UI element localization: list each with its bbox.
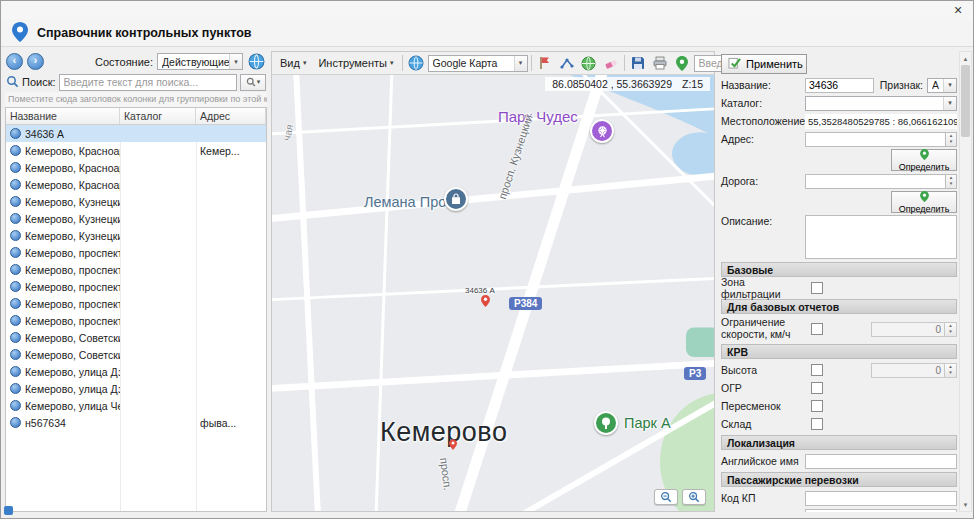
point-icon	[10, 315, 21, 326]
section-base: Базовые	[721, 262, 957, 277]
table-row[interactable]: Кемерово, проспект Ленина...	[6, 312, 266, 329]
height-checkbox[interactable]	[811, 364, 823, 376]
row-address	[196, 193, 266, 210]
detect-road-button[interactable]: Определить	[891, 191, 957, 213]
lemana-pro-marker[interactable]	[444, 187, 468, 211]
warehouse-checkbox[interactable]	[811, 418, 823, 430]
sign-label: Признак:	[880, 79, 923, 91]
scrollbar-thumb[interactable]	[961, 65, 970, 137]
view-menu[interactable]: Вид▾	[275, 54, 311, 73]
zoom-out-button[interactable]	[654, 489, 678, 505]
map-type-select[interactable]: Google Карта ▾	[428, 55, 528, 72]
table-row[interactable]: Кемерово, Красноармейска... Кемер...	[6, 142, 266, 159]
flag-button[interactable]	[535, 53, 555, 73]
state-value: Действующие	[162, 56, 229, 68]
table-row[interactable]: Кемерово, проспект Ленина...	[6, 244, 266, 261]
name-label: Название:	[721, 79, 805, 91]
table-row[interactable]: Кемерово, Красноармейска...	[6, 176, 266, 193]
shift-label: Пересменок	[721, 400, 805, 412]
kp-code-input[interactable]	[805, 491, 957, 506]
vertical-scrollbar[interactable]: ▲ ▼	[959, 51, 972, 512]
row-address	[196, 278, 266, 295]
point-icon	[10, 128, 21, 139]
address-input[interactable]	[805, 132, 945, 147]
spin-down-icon[interactable]: ▼	[946, 139, 956, 146]
apply-button[interactable]: Применить	[721, 54, 807, 74]
spin-down-icon[interactable]: ▼	[945, 370, 956, 377]
chevron-down-icon: ▾	[514, 56, 527, 71]
table-row[interactable]: 34636 А	[6, 125, 266, 142]
point-icon	[10, 281, 21, 292]
tools-menu[interactable]: Инструменты▾	[313, 54, 398, 73]
search-options-button[interactable]: ▾	[240, 74, 266, 91]
table-row[interactable]: Кемерово, Кузнецкий просп...	[6, 227, 266, 244]
city-pin-icon	[449, 439, 457, 452]
english-name-input[interactable]	[805, 454, 957, 469]
catalog-select[interactable]: ▾	[805, 96, 957, 111]
zoom-in-button[interactable]	[682, 489, 706, 505]
row-catalog	[120, 176, 196, 193]
map-canvas[interactable]: 86.0850402 , 55.3663929 Z:15 чая Парк Чу…	[272, 75, 714, 511]
speed-limit-checkbox[interactable]	[811, 323, 823, 335]
save-button[interactable]	[628, 53, 648, 73]
speed-limit-spinner[interactable]: 0 ▲▼	[871, 322, 957, 337]
ogr-label: ОГР	[721, 382, 805, 394]
measure-button[interactable]	[557, 53, 577, 73]
table-row[interactable]: Кемерово, Кузнецкий просп...	[6, 193, 266, 210]
globe-button[interactable]	[247, 52, 266, 71]
road-spinner[interactable]: ▲▼	[945, 174, 957, 189]
row-catalog	[120, 244, 196, 261]
column-header-address[interactable]: Адрес	[196, 108, 266, 124]
table-row[interactable]: Кемерово, улица Дзержинс...	[6, 363, 266, 380]
close-button[interactable]: ×	[943, 2, 973, 19]
park-a-marker[interactable]	[594, 411, 618, 435]
road-badge-r384: Р384	[509, 297, 542, 310]
detect-address-button[interactable]: Определить	[891, 149, 957, 171]
table-row[interactable]: Кемерово, проспект Ленина...	[6, 261, 266, 278]
table-row[interactable]: Кемерово, Кузнецкий просп...	[6, 210, 266, 227]
column-header-catalog[interactable]: Каталог	[120, 108, 196, 124]
park-chudes-marker[interactable]	[590, 119, 614, 143]
table-row[interactable]: Кемерово, проспект Ленина...	[6, 295, 266, 312]
spin-down-icon[interactable]: ▼	[945, 329, 956, 336]
table-row[interactable]: Кемерово, улица Дзержинс...	[6, 380, 266, 397]
scroll-down-icon[interactable]: ▼	[960, 498, 971, 511]
eraser-button[interactable]	[601, 53, 621, 73]
sign-select[interactable]: А ▾	[927, 78, 957, 93]
globe-button[interactable]	[406, 53, 426, 73]
column-header-name[interactable]: Название	[6, 108, 120, 124]
row-address	[196, 176, 266, 193]
address-spinner[interactable]: ▲▼	[945, 132, 957, 147]
spinner-buttons[interactable]: ▲▼	[944, 323, 956, 336]
name-input[interactable]	[805, 78, 874, 93]
spin-down-icon[interactable]: ▼	[946, 181, 956, 188]
okato-code-input[interactable]	[805, 509, 957, 513]
table-row[interactable]: Кемерово, Советский просп...	[6, 346, 266, 363]
search-input[interactable]	[59, 74, 237, 91]
road-field: ▲▼	[805, 174, 957, 189]
table-row[interactable]: Кемерово, Красноармейска...	[6, 159, 266, 176]
eraser-icon	[604, 56, 618, 70]
selected-point-pin-icon[interactable]	[481, 295, 490, 309]
road-input[interactable]	[805, 174, 945, 189]
table-row[interactable]: Кемерово, проспект Ленина...	[6, 278, 266, 295]
scroll-up-icon[interactable]: ▲	[960, 52, 971, 65]
height-spinner[interactable]: 0 ▲▼	[871, 363, 957, 378]
search-icon	[246, 77, 256, 87]
world-button[interactable]	[579, 53, 599, 73]
kp-code-label: Код КП	[721, 492, 805, 504]
ogr-checkbox[interactable]	[811, 382, 823, 394]
shift-checkbox[interactable]	[811, 400, 823, 412]
filter-zone-label: Зона фильтрации	[721, 276, 805, 300]
filter-zone-checkbox[interactable]	[811, 282, 823, 294]
table-row[interactable]: н567634 фыва...	[6, 414, 266, 431]
marker-button[interactable]	[672, 53, 692, 73]
description-textarea[interactable]	[805, 215, 957, 259]
state-select[interactable]: Действующие ▾	[157, 53, 243, 70]
table-row[interactable]: Кемерово, Советский просп...	[6, 329, 266, 346]
next-button[interactable]: ›	[27, 53, 44, 70]
spinner-buttons[interactable]: ▲▼	[944, 364, 956, 377]
print-button[interactable]	[650, 53, 670, 73]
table-row[interactable]: Кемерово, улица Черняховс...	[6, 397, 266, 414]
prev-button[interactable]: ‹	[6, 53, 23, 70]
